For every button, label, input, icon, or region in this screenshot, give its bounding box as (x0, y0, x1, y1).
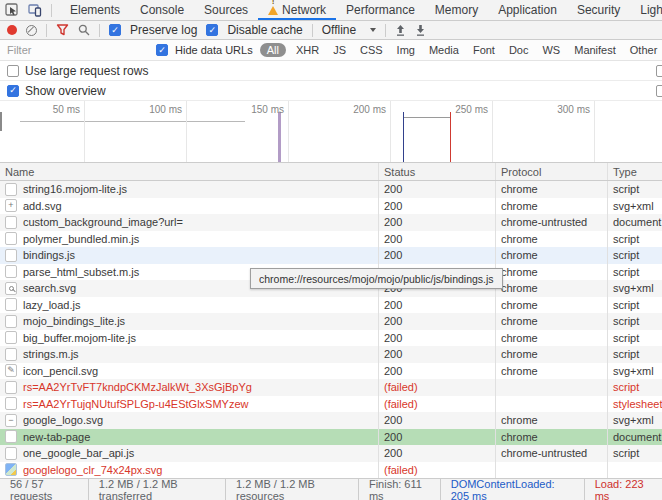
network-overview-timeline[interactable]: 50 ms100 ms150 ms200 ms250 ms300 ms (0, 101, 662, 163)
filter-type-css[interactable]: CSS (356, 43, 387, 57)
throttling-select[interactable]: Offline (322, 23, 376, 37)
overview-marker-connector (403, 117, 451, 118)
tab-performance[interactable]: Performance (336, 0, 425, 20)
filter-type-media[interactable]: Media (425, 43, 463, 57)
request-protocol-cell: chrome (495, 412, 607, 429)
main-toolbar-icons (5, 0, 60, 20)
filter-input[interactable] (7, 44, 149, 56)
request-name-cell: string16.mojom-lite.js (0, 181, 378, 198)
preserve-log-checkbox[interactable]: ✓ (109, 24, 121, 36)
table-row[interactable]: custom_background_image?url=200chrome-un… (0, 214, 662, 231)
table-row[interactable]: lazy_load.js200chromescript (0, 297, 662, 314)
table-row[interactable]: new-tab-page200chromedocument (0, 429, 662, 446)
tab-network[interactable]: Network (258, 0, 336, 20)
request-protocol-cell: chrome (495, 363, 607, 380)
request-status-cell: 200 (378, 429, 495, 446)
request-protocol-cell: chrome (495, 297, 607, 314)
column-header-status[interactable]: Status (378, 163, 495, 180)
column-header-type[interactable]: Type (607, 163, 662, 180)
pencil-thumbnail-icon: ✎ (5, 364, 17, 377)
devtools-tab-bar: ElementsConsoleSourcesNetworkPerformance… (0, 0, 662, 21)
table-row[interactable]: ✎icon_pencil.svg200chromesvg+xml (0, 363, 662, 380)
request-protocol-cell: chrome-untrusted (495, 214, 607, 231)
use-large-request-rows-checkbox[interactable] (7, 65, 19, 77)
minus-thumbnail-icon: − (5, 414, 17, 427)
record-network-log-button[interactable] (7, 25, 17, 35)
timeline-tick-label: 300 ms (557, 104, 590, 115)
request-name: polymer_bundled.min.js (23, 233, 139, 245)
clear-network-log-button[interactable] (26, 25, 37, 36)
table-row[interactable]: big_buffer.mojom-lite.js200chromescript (0, 330, 662, 347)
request-type-cell: svg+xml (607, 198, 662, 215)
request-name: parse_html_subset.m.js (23, 266, 139, 278)
timeline-gridline (594, 101, 595, 162)
request-status-cell: 200 (378, 247, 495, 264)
import-har-icon[interactable] (395, 24, 406, 37)
summary-item: 1.2 MB / 1.2 MB transferred (88, 479, 225, 500)
file-icon (5, 315, 17, 328)
request-name-cell: ✎icon_pencil.svg (0, 363, 378, 380)
filter-type-js[interactable]: JS (329, 43, 350, 57)
overview-request-bar (0, 112, 2, 131)
filter-type-font[interactable]: Font (469, 43, 499, 57)
filter-type-all[interactable]: All (260, 43, 286, 57)
filter-funnel-icon[interactable] (56, 24, 69, 36)
filter-type-doc[interactable]: Doc (505, 43, 533, 57)
clipped-checkbox[interactable] (656, 65, 662, 77)
file-icon (5, 249, 17, 262)
table-row[interactable]: rs=AA2YrTujqNUtufSPLGp-u4EStGlxSMYzew(fa… (0, 396, 662, 413)
table-row[interactable]: googlelogo_clr_74x24px.svg(failed) (0, 462, 662, 479)
search-icon[interactable] (78, 24, 90, 36)
request-status-cell: 200 (378, 231, 495, 248)
table-row[interactable]: string16.mojom-lite.js200chromescript (0, 181, 662, 198)
request-type-cell: document (607, 214, 662, 231)
timeline-tick-label: 150 ms (251, 104, 284, 115)
clipped-checkbox[interactable] (656, 85, 662, 97)
tab-security[interactable]: Security (567, 0, 630, 20)
image-thumbnail-icon (5, 463, 17, 476)
request-protocol-cell (495, 462, 607, 479)
hide-data-urls-checkbox[interactable]: ✓ (156, 44, 168, 56)
show-overview-checkbox[interactable]: ✓ (7, 85, 19, 97)
table-row[interactable]: polymer_bundled.min.js200chromescript (0, 231, 662, 248)
filter-type-manifest[interactable]: Manifest (570, 43, 620, 57)
filter-type-ws[interactable]: WS (538, 43, 564, 57)
show-overview-option-row: ✓ Show overview (0, 81, 662, 101)
table-row[interactable]: rs=AA2YrTvFT7kndpCKMzJalkWt_3XsGjBpYg(fa… (0, 379, 662, 396)
request-name-cell: lazy_load.js (0, 297, 378, 314)
request-type-filters: AllXHRJSCSSImgMediaFontDocWSManifestOthe… (260, 43, 662, 57)
tab-elements[interactable]: Elements (60, 0, 130, 20)
requests-table-header: Name Status Protocol Type (0, 163, 662, 181)
inspect-element-icon[interactable] (5, 3, 19, 17)
disable-cache-checkbox[interactable]: ✓ (206, 24, 218, 36)
table-row[interactable]: one_google_bar_api.js200chrome-untrusted… (0, 445, 662, 462)
tab-lighthouse[interactable]: Lighthouse (630, 0, 662, 20)
column-header-protocol[interactable]: Protocol (495, 163, 607, 180)
tab-memory[interactable]: Memory (425, 0, 488, 20)
tab-sources[interactable]: Sources (194, 0, 258, 20)
tab-application[interactable]: Application (488, 0, 567, 20)
divider (51, 4, 52, 17)
device-toolbar-icon[interactable] (28, 3, 42, 17)
tab-console[interactable]: Console (130, 0, 194, 20)
table-row[interactable]: −google_logo.svg200chromesvg+xml (0, 412, 662, 429)
export-har-icon[interactable] (415, 24, 426, 37)
tab-label: Console (140, 3, 184, 17)
timeline-gridline (84, 101, 85, 162)
filter-type-xhr[interactable]: XHR (292, 43, 323, 57)
column-header-name[interactable]: Name (0, 163, 378, 180)
request-type-cell: svg+xml (607, 363, 662, 380)
table-row[interactable]: bindings.js200chromescript (0, 247, 662, 264)
request-name: add.svg (23, 200, 62, 212)
table-row[interactable]: +add.svg200chromesvg+xml (0, 198, 662, 215)
request-name: big_buffer.mojom-lite.js (23, 332, 136, 344)
request-name: lazy_load.js (23, 299, 80, 311)
request-protocol-cell: chrome-untrusted (495, 445, 607, 462)
filter-type-img[interactable]: Img (393, 43, 419, 57)
table-row[interactable]: mojo_bindings_lite.js200chromescript (0, 313, 662, 330)
request-protocol-cell: chrome (495, 198, 607, 215)
timeline-gridline (288, 101, 289, 162)
divider (312, 24, 313, 37)
filter-type-other[interactable]: Other (626, 43, 662, 57)
table-row[interactable]: strings.m.js200chromescript (0, 346, 662, 363)
